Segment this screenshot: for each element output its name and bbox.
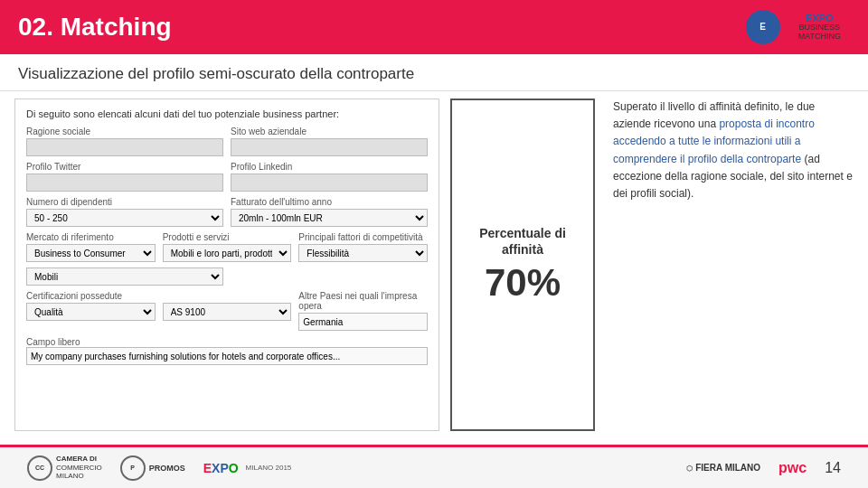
subtitle-bar: Visualizzazione del profilo semi-oscurat… — [0, 54, 868, 91]
camera-label: CAMERA DI COMMERCIO MILANO — [56, 455, 102, 481]
header: 02. Matching E EXPO BUSINESS MATCHING — [0, 0, 868, 54]
field-fatturato: Fatturato dell'ultimo anno 20mln - 100ml… — [231, 197, 428, 227]
prodotti2-select[interactable]: Mobili — [26, 267, 223, 286]
campo-libero-input[interactable] — [26, 347, 428, 365]
field-as: x AS 9100 — [163, 291, 292, 331]
fiera-logo: ⬡ FIERA MILANO — [686, 463, 760, 473]
field-num-dipendenti: Numero di dipendenti 50 - 250 — [26, 197, 223, 227]
form-row-4: Mercato di riferimento Business to Consu… — [26, 232, 428, 262]
field-ragione-sociale: Ragione sociale — [26, 127, 223, 156]
field-fattori: Principali fattori di competitività Fles… — [298, 232, 428, 262]
fatturato-select[interactable]: 20mln - 100mln EUR — [231, 209, 428, 227]
form-row-3: Numero di dipendenti 50 - 250 Fatturato … — [26, 197, 428, 227]
expo-footer-sub: MILANO 2015 — [246, 464, 292, 472]
field-prodotti: Prodotti e servizi Mobili e loro parti, … — [163, 232, 292, 262]
page-number: 14 — [825, 460, 841, 476]
field-profilo-twitter: Profilo Twitter — [26, 162, 223, 192]
prodotti-select[interactable]: Mobili e loro parti, prodotti in materie… — [163, 244, 292, 262]
main-content: Di seguito sono elencati alcuni dati del… — [0, 91, 868, 435]
footer-right: ⬡ FIERA MILANO pwc 14 — [686, 460, 841, 476]
sito-web-input[interactable] — [231, 138, 428, 156]
footer-left: CC CAMERA DI COMMERCIO MILANO P PROMOS E… — [27, 455, 291, 481]
field-sito-web: Sito web aziendale — [231, 127, 428, 156]
campo-libero-section: Campo libero — [26, 336, 428, 365]
expo-logo-icon: E — [746, 10, 780, 44]
camera-icon: CC — [27, 455, 52, 481]
percentuale-label: Percentuale di affinità — [461, 225, 584, 258]
percentuale-panel: Percentuale di affinità 70% — [450, 99, 595, 431]
fattori-select[interactable]: Flessibilità — [298, 244, 428, 262]
footer: CC CAMERA DI COMMERCIO MILANO P PROMOS E… — [0, 445, 868, 488]
profilo-linkedin-input[interactable] — [231, 174, 428, 192]
footer-camera: CC CAMERA DI COMMERCIO MILANO — [27, 455, 102, 481]
expo-logo-text: EXPO BUSINESS MATCHING — [789, 7, 850, 47]
logo-area: E EXPO BUSINESS MATCHING — [746, 7, 850, 47]
footer-expo: EXPO MILANO 2015 — [203, 461, 292, 475]
page-title: 02. Matching — [18, 13, 172, 42]
certificazioni-select[interactable]: Qualità — [26, 303, 156, 321]
percentuale-value: 70% — [485, 261, 561, 305]
promos-icon: P — [120, 455, 146, 481]
num-dipendenti-select[interactable]: 50 - 250 — [26, 209, 223, 227]
subtitle-text: Visualizzazione del profilo semi-oscurat… — [18, 65, 850, 83]
form-row-4b: Mobili — [26, 267, 428, 286]
as-select[interactable]: AS 9100 — [163, 303, 292, 321]
paesi-input[interactable] — [298, 313, 428, 331]
profilo-twitter-input[interactable] — [26, 174, 223, 192]
form-row-2: Profilo Twitter Profilo Linkedin — [26, 162, 428, 192]
field-mercato: Mercato di riferimento Business to Consu… — [26, 232, 156, 262]
mercato-select[interactable]: Business to Consumer — [26, 244, 156, 262]
expo-footer-label: EXPO — [203, 461, 239, 475]
ragione-sociale-input[interactable] — [26, 138, 223, 156]
form-row-5: Certificazioni possedute Qualità x AS 91… — [26, 291, 428, 331]
form-panel: Di seguito sono elencati alcuni dati del… — [14, 99, 439, 431]
form-row-1: Ragione sociale Sito web aziendale — [26, 127, 428, 156]
description-panel: Superato il livello di affinità definito… — [606, 99, 854, 431]
field-certificazioni: Certificazioni possedute Qualità — [26, 291, 156, 331]
field-prodotti2: Mobili — [26, 267, 223, 286]
footer-promos: P PROMOS — [120, 455, 185, 481]
pwc-logo: pwc — [778, 460, 807, 476]
form-intro: Di seguito sono elencati alcuni dati del… — [26, 108, 428, 119]
promos-label: PROMOS — [149, 464, 185, 473]
field-paesi: Altre Paesi nei quali l'impresa opera — [298, 291, 428, 331]
field-profilo-linkedin: Profilo Linkedin — [231, 162, 428, 192]
